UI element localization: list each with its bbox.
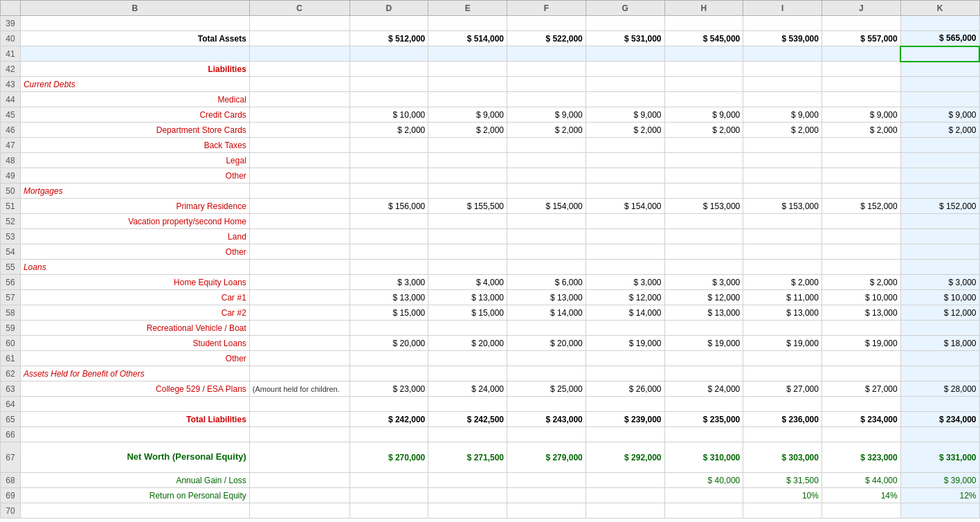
cell-57-f[interactable]: $ 13,000 [507,290,586,305]
cell-68-i[interactable]: $ 31,500 [743,473,822,488]
cell-55-b[interactable]: Loans [20,260,249,275]
cell-53-g[interactable] [586,229,664,244]
cell-40-c[interactable] [249,31,350,46]
cell-54-i[interactable] [743,244,822,260]
cell-58-d[interactable]: $ 15,000 [350,305,428,321]
cell-56-g[interactable]: $ 3,000 [586,275,664,290]
cell-67-f[interactable]: $ 279,000 [507,442,586,473]
cell-68-g[interactable] [586,473,664,488]
cell-61-h[interactable] [664,351,743,366]
cell-54-c[interactable] [249,244,350,260]
cell-66-d[interactable] [350,427,428,442]
cell-42-f[interactable] [507,62,586,77]
cell-62-d[interactable] [350,366,428,381]
cell-39-e[interactable] [428,16,507,31]
cell-45-k[interactable]: $ 9,000 [900,107,979,123]
cell-48-i[interactable] [743,153,822,168]
cell-61-k[interactable] [900,351,979,366]
cell-67-k[interactable]: $ 331,000 [900,442,979,473]
cell-68-k[interactable]: $ 39,000 [900,473,979,488]
cell-70-g[interactable] [586,503,664,519]
cell-48-e[interactable] [428,153,507,168]
cell-46-d[interactable]: $ 2,000 [350,123,428,138]
cell-70-d[interactable] [350,503,428,519]
cell-41-h[interactable] [664,46,743,62]
cell-56-b[interactable]: Home Equity Loans [20,275,249,290]
cell-41-e[interactable] [428,46,507,62]
cell-43-i[interactable] [743,77,822,92]
col-f-header[interactable]: F [507,1,586,16]
cell-46-b[interactable]: Department Store Cards [20,123,249,138]
cell-44-f[interactable] [507,92,586,107]
cell-50-i[interactable] [743,183,822,199]
cell-53-e[interactable] [428,229,507,244]
cell-68-e[interactable] [428,473,507,488]
cell-53-j[interactable] [822,229,900,244]
cell-43-g[interactable] [586,77,664,92]
cell-69-d[interactable] [350,488,428,503]
cell-69-c[interactable] [249,488,350,503]
cell-49-f[interactable] [507,168,586,183]
cell-44-i[interactable] [743,92,822,107]
cell-52-d[interactable] [350,214,428,229]
cell-47-e[interactable] [428,138,507,153]
cell-54-h[interactable] [664,244,743,260]
cell-62-j[interactable] [822,366,900,381]
cell-45-b[interactable]: Credit Cards [20,107,249,123]
cell-47-k[interactable] [900,138,979,153]
cell-59-k[interactable] [900,321,979,336]
cell-49-b[interactable]: Other [20,168,249,183]
cell-67-h[interactable]: $ 310,000 [664,442,743,473]
cell-52-k[interactable] [900,214,979,229]
cell-58-j[interactable]: $ 13,000 [822,305,900,321]
cell-45-e[interactable]: $ 9,000 [428,107,507,123]
cell-59-b[interactable]: Recreational Vehicle / Boat [20,321,249,336]
cell-41-d[interactable] [350,46,428,62]
cell-51-e[interactable]: $ 155,500 [428,199,507,214]
cell-40-h[interactable]: $ 545,000 [664,31,743,46]
cell-42-e[interactable] [428,62,507,77]
cell-52-j[interactable] [822,214,900,229]
cell-62-e[interactable] [428,366,507,381]
cell-56-k[interactable]: $ 3,000 [900,275,979,290]
cell-65-k[interactable]: $ 234,000 [900,412,979,427]
cell-43-d[interactable] [350,77,428,92]
cell-53-b[interactable]: Land [20,229,249,244]
cell-44-h[interactable] [664,92,743,107]
cell-67-g[interactable]: $ 292,000 [586,442,664,473]
cell-63-d[interactable]: $ 23,000 [350,381,428,397]
cell-62-f[interactable] [507,366,586,381]
cell-63-k[interactable]: $ 28,000 [900,381,979,397]
cell-57-h[interactable]: $ 12,000 [664,290,743,305]
cell-53-i[interactable] [743,229,822,244]
cell-63-b[interactable]: College 529 / ESA Plans [20,381,249,397]
cell-50-e[interactable] [428,183,507,199]
cell-45-h[interactable]: $ 9,000 [664,107,743,123]
cell-49-c[interactable] [249,168,350,183]
cell-66-g[interactable] [586,427,664,442]
cell-62-c[interactable] [249,366,350,381]
cell-56-i[interactable]: $ 2,000 [743,275,822,290]
cell-55-i[interactable] [743,260,822,275]
cell-62-g[interactable] [586,366,664,381]
cell-47-g[interactable] [586,138,664,153]
cell-42-k[interactable] [900,62,979,77]
cell-67-j[interactable]: $ 323,000 [822,442,900,473]
cell-49-k[interactable] [900,168,979,183]
cell-59-c[interactable] [249,321,350,336]
cell-60-d[interactable]: $ 20,000 [350,336,428,351]
cell-43-h[interactable] [664,77,743,92]
cell-43-e[interactable] [428,77,507,92]
cell-51-h[interactable]: $ 153,000 [664,199,743,214]
cell-44-j[interactable] [822,92,900,107]
cell-40-d[interactable]: $ 512,000 [350,31,428,46]
cell-49-e[interactable] [428,168,507,183]
cell-60-b[interactable]: Student Loans [20,336,249,351]
cell-46-c[interactable] [249,123,350,138]
cell-61-i[interactable] [743,351,822,366]
cell-52-e[interactable] [428,214,507,229]
cell-46-k[interactable]: $ 2,000 [900,123,979,138]
cell-65-g[interactable]: $ 239,000 [586,412,664,427]
cell-46-e[interactable]: $ 2,000 [428,123,507,138]
cell-63-i[interactable]: $ 27,000 [743,381,822,397]
